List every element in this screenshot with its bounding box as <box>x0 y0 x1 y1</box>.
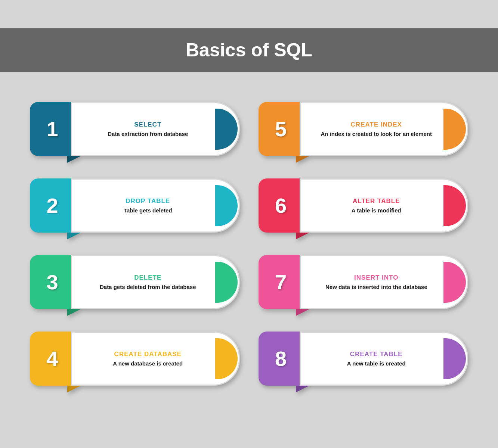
card-number: 8 <box>275 346 287 371</box>
sql-command: CREATE DATABASE <box>114 351 182 358</box>
sql-command: DELETE <box>134 274 161 281</box>
sql-command: CREATE TABLE <box>350 351 403 358</box>
sql-command: ALTER TABLE <box>353 197 400 205</box>
card-grid: 1 SELECT Data extraction from database 2… <box>0 72 498 408</box>
card-6: 6 ALTER TABLE A table is modified <box>259 178 468 233</box>
page-title: Basics of SQL <box>0 28 498 72</box>
card-1: 1 SELECT Data extraction from database <box>30 102 240 156</box>
fold-decoration <box>296 385 311 392</box>
sql-description: An index is created to look for an eleme… <box>321 131 432 137</box>
end-cap-decoration <box>215 338 238 379</box>
sql-command: DROP TABLE <box>126 197 170 205</box>
card-number-block: 7 <box>259 255 303 309</box>
card-number: 4 <box>46 346 58 371</box>
card-number: 1 <box>46 117 58 141</box>
end-cap-decoration <box>215 262 238 303</box>
end-cap-decoration <box>443 338 466 379</box>
card-number-block: 5 <box>259 102 303 156</box>
sql-description: Table gets deleted <box>124 207 172 214</box>
sql-description: Data gets deleted from the database <box>100 284 196 290</box>
sql-description: New data is inserted into the database <box>325 284 427 290</box>
card-3: 3 DELETE Data gets deleted from the data… <box>30 255 240 309</box>
card-number-block: 6 <box>259 178 303 233</box>
sql-command: INSERT INTO <box>354 274 398 281</box>
card-2: 2 DROP TABLE Table gets deleted <box>30 178 240 233</box>
card-number-block: 2 <box>30 178 75 233</box>
sql-description: A table is modified <box>352 207 401 214</box>
fold-decoration <box>67 155 82 163</box>
fold-decoration <box>67 232 82 239</box>
end-cap-decoration <box>443 262 466 303</box>
card-number: 2 <box>46 193 58 218</box>
sql-description: A new table is created <box>347 360 406 367</box>
card-8: 8 CREATE TABLE A new table is created <box>259 332 468 386</box>
end-cap-decoration <box>443 185 466 226</box>
card-5: 5 CREATE INDEX An index is created to lo… <box>259 102 468 156</box>
card-body: INSERT INTO New data is inserted into th… <box>300 255 468 309</box>
card-number-block: 1 <box>30 102 75 156</box>
end-cap-decoration <box>443 109 466 150</box>
card-number: 3 <box>46 270 58 294</box>
sql-description: Data extraction from database <box>108 131 188 137</box>
card-number: 6 <box>275 193 287 218</box>
card-body: DROP TABLE Table gets deleted <box>71 178 240 233</box>
card-number-block: 4 <box>30 332 75 386</box>
end-cap-decoration <box>215 109 238 150</box>
fold-decoration <box>296 308 311 316</box>
card-number: 7 <box>275 270 287 294</box>
card-7: 7 INSERT INTO New data is inserted into … <box>259 255 468 309</box>
card-body: CREATE DATABASE A new database is create… <box>71 332 240 386</box>
card-number-block: 3 <box>30 255 75 309</box>
fold-decoration <box>67 308 82 316</box>
card-body: CREATE INDEX An index is created to look… <box>300 102 468 156</box>
card-number: 5 <box>275 117 287 141</box>
fold-decoration <box>296 232 311 239</box>
end-cap-decoration <box>215 185 238 226</box>
card-body: CREATE TABLE A new table is created <box>300 332 468 386</box>
sql-command: SELECT <box>134 121 161 128</box>
card-number-block: 8 <box>259 332 303 386</box>
fold-decoration <box>67 385 82 392</box>
card-body: ALTER TABLE A table is modified <box>300 178 468 233</box>
fold-decoration <box>296 155 311 163</box>
sql-command: CREATE INDEX <box>351 121 402 128</box>
card-4: 4 CREATE DATABASE A new database is crea… <box>30 332 240 386</box>
sql-description: A new database is created <box>113 360 183 367</box>
card-body: SELECT Data extraction from database <box>71 102 240 156</box>
card-body: DELETE Data gets deleted from the databa… <box>71 255 240 309</box>
